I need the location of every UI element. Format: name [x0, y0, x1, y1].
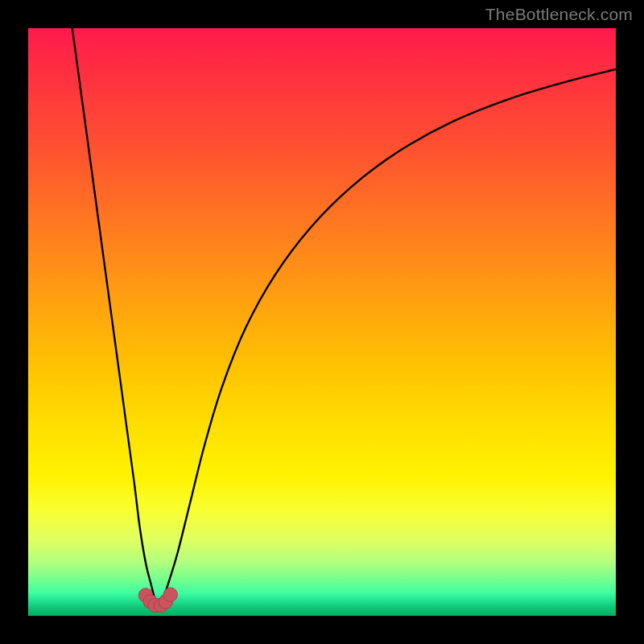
- chart-frame: TheBottleneck.com: [0, 0, 644, 644]
- curve-left-branch: [72, 28, 155, 598]
- trough-marker: [163, 588, 178, 602]
- curve-right-branch: [163, 69, 616, 598]
- watermark-text: TheBottleneck.com: [485, 5, 633, 24]
- plot-area: [28, 28, 616, 616]
- trough-marker-group: [138, 588, 177, 613]
- curve-layer: [28, 28, 616, 616]
